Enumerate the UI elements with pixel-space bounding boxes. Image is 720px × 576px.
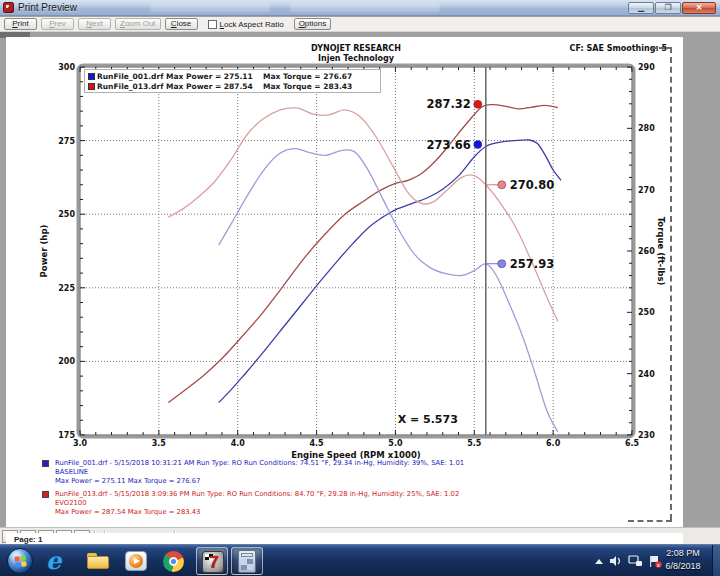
legend-torque: Max Torque = 276.67 (263, 72, 352, 81)
print-margin-line (652, 47, 672, 49)
y-tick-label-left: 200 (58, 357, 75, 366)
plot-frame-inner (80, 67, 632, 435)
prev-button[interactable]: Prev (41, 18, 74, 30)
network-icon[interactable] (628, 555, 642, 567)
curve-runfile-013-power (168, 105, 558, 403)
restore-button[interactable]: ❐ (655, 2, 681, 14)
window-title: Print Preview (18, 2, 77, 13)
ghost-window-text (290, 3, 440, 12)
run-line3: Max Power = 287.54 Max Torque = 283.43 (55, 508, 464, 517)
x-tick-label: 6.0 (546, 439, 561, 448)
cursor-x-label: X = 5.573 (398, 413, 458, 426)
y-tick-label-right: 240 (638, 370, 655, 379)
x-tick-label: 5.0 (388, 439, 403, 448)
run-line2: BASELINE (55, 468, 464, 477)
lock-aspect-checkbox[interactable] (208, 20, 217, 29)
print-margin-line (670, 47, 672, 520)
minimize-button[interactable]: ▁ (628, 2, 654, 14)
start-button[interactable] (7, 548, 33, 574)
legend-torque: Max Torque = 283.43 (263, 82, 352, 91)
dynojet-app-button[interactable]: 7 (196, 547, 228, 575)
y-tick-label-left: 250 (58, 210, 75, 219)
close-preview-button[interactable]: Close (165, 18, 198, 30)
y-tick-label-right: 260 (638, 247, 655, 256)
legend-file: RunFile_001.drf (97, 72, 163, 81)
next-button[interactable]: Next (78, 18, 111, 30)
titlebar: Print Preview ▁ ❐ ✕ (0, 0, 720, 16)
y-tick-label-right: 250 (638, 308, 655, 317)
y-tick-label-right: 230 (638, 431, 655, 440)
y-axis-label-left: Power (hp) (39, 225, 49, 278)
run-details: RunFile_001.drf - 5/15/2018 10:31:21 AM … (42, 459, 464, 520)
x-tick-label: 3.5 (152, 439, 167, 448)
preview-area: DYNOJET RESEARCH Injen Technology CF: SA… (0, 32, 720, 527)
callout-label: 270.80 (510, 178, 554, 192)
callout-dot (474, 141, 482, 149)
internet-explorer-icon[interactable]: e (46, 549, 70, 573)
y-tick-label-right: 290 (638, 63, 655, 72)
lock-aspect-label: Lock Aspect Ratio (220, 20, 284, 29)
screen: Print Preview ▁ ❐ ✕ Print Prev Next Zoom… (0, 0, 720, 576)
y-tick-label-left: 225 (58, 284, 75, 293)
curve-runfile-013-torque (168, 108, 558, 322)
print-margin-line (628, 520, 672, 522)
show-desktop-button[interactable] (712, 545, 720, 576)
x-tick-label: 4.5 (309, 439, 324, 448)
y-tick-label-right: 270 (638, 186, 655, 195)
callout-dot (498, 260, 506, 268)
toolbar: Print Prev Next Zoom Out Close Lock Aspe… (0, 17, 720, 32)
y-tick-label-left: 275 (58, 137, 75, 146)
statusbar: « < > » ▤ Page: 1 (0, 527, 720, 544)
ghost-window-text (150, 3, 270, 12)
clock-date: 6/8/2018 (660, 560, 706, 573)
close-button[interactable]: ✕ (682, 2, 716, 14)
callout-dot (474, 100, 482, 108)
options-button[interactable]: Options (294, 18, 332, 30)
callout-dot (498, 181, 506, 189)
print-button[interactable]: Print (4, 18, 37, 30)
windows-logo-icon (14, 555, 26, 567)
plot-frame (78, 65, 634, 437)
chrome-icon[interactable] (162, 549, 186, 573)
x-tick-label: 5.5 (467, 439, 482, 448)
x-tick-label: 6.5 (625, 439, 640, 448)
legend-file: RunFile_013.drf (97, 82, 163, 91)
taskbar: e 7 (0, 544, 720, 576)
legend-chip-red (88, 83, 95, 90)
x-tick-label: 3.0 (73, 439, 88, 448)
legend-row: RunFile_001.drf Max Power = 275.11 Max T… (88, 71, 377, 81)
y-tick-label-left: 175 (58, 431, 75, 440)
legend-chip-blue (88, 73, 95, 80)
legend-row: RunFile_013.drf Max Power = 287.54 Max T… (88, 81, 377, 91)
zoom-out-button[interactable]: Zoom Out (115, 18, 161, 30)
callout-label: 273.66 (426, 138, 470, 152)
system-tray: x (595, 545, 662, 576)
hidden-icons-arrow[interactable] (595, 559, 603, 564)
run-line3: Max Power = 275.11 Max Torque = 276.67 (55, 477, 464, 486)
dynojet-icon: 7 (202, 551, 224, 573)
callout-label: 287.32 (426, 97, 470, 111)
chart-legend: RunFile_001.drf Max Power = 275.11 Max T… (84, 69, 381, 93)
y-tick-label-left: 300 (58, 63, 75, 72)
file-explorer-icon[interactable] (86, 549, 110, 573)
callout-label: 257.93 (510, 257, 554, 271)
curve-runfile-001-torque (219, 149, 558, 432)
run-line1: RunFile_001.drf - 5/15/2018 10:31:21 AM … (55, 459, 464, 468)
taskbar-clock[interactable]: 2:08 PM 6/8/2018 (660, 547, 706, 573)
run-color-chip (42, 460, 49, 467)
run-color-chip (42, 491, 49, 498)
media-player-icon[interactable] (124, 549, 148, 573)
x-tick-label: 4.0 (231, 439, 246, 448)
y-axis-label-right: Torque (ft-lbs) (656, 217, 666, 286)
volume-icon[interactable] (609, 555, 622, 567)
legend-power: Max Power = 287.54 (166, 82, 253, 91)
run-line1: RunFile_013.drf - 5/15/2018 3:09:36 PM R… (55, 490, 464, 499)
run-info-baseline: RunFile_001.drf - 5/15/2018 10:31:21 AM … (42, 459, 464, 487)
legend-power: Max Power = 275.11 (166, 72, 253, 81)
dyno-chart: 3.03.54.04.55.05.56.06.53002752502252001… (6, 37, 683, 527)
clock-time: 2:08 PM (660, 547, 706, 560)
run-info-evo: RunFile_013.drf - 5/15/2018 3:09:36 PM R… (42, 490, 464, 518)
calculator-icon (238, 550, 256, 573)
y-tick-label-right: 280 (638, 124, 655, 133)
calculator-app-button[interactable] (231, 547, 263, 575)
